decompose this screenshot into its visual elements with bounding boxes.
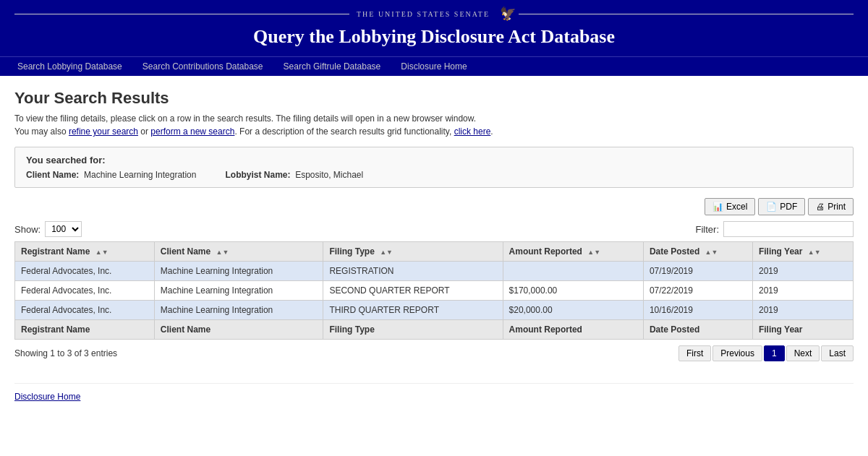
instructions-line2: You may also refine your search or perfo… — [14, 126, 854, 137]
first-button[interactable]: First — [678, 345, 711, 361]
filter-input[interactable] — [723, 221, 854, 237]
footer-disclosure-home-link[interactable]: Disclosure Home — [14, 392, 80, 402]
excel-button[interactable]: 📊 Excel — [705, 198, 755, 215]
page-1-button[interactable]: 1 — [764, 345, 785, 361]
seal-area: THE UNITED STATES SENATE 🦅 — [14, 6, 854, 22]
filter-area: Filter: — [696, 221, 854, 237]
show-area: Show: 100 25 50 — [14, 221, 82, 237]
pdf-icon: 📄 — [766, 202, 777, 212]
click-here-link[interactable]: click here — [454, 126, 491, 137]
col-filing-type-header[interactable]: Filing Type ▲▼ — [323, 242, 503, 262]
lobbyist-param: Lobbyist Name: Esposito, Michael — [225, 170, 363, 180]
table-cell-2-4: 10/16/2019 — [643, 301, 752, 320]
excel-icon: 📊 — [712, 202, 723, 212]
table-cell-0-1: Machine Learning Integration — [154, 262, 323, 281]
bottom-bar: Showing 1 to 3 of 3 entries First Previo… — [14, 345, 854, 361]
table-cell-1-3: $170,000.00 — [503, 281, 643, 301]
table-cell-2-1: Machine Learning Integration — [154, 301, 323, 320]
refine-search-link[interactable]: refine your search — [69, 126, 138, 137]
lobbyist-label: Lobbyist Name: — [225, 170, 290, 180]
lobbyist-value: Esposito, Michael — [295, 170, 363, 180]
table-cell-0-3 — [503, 262, 643, 281]
show-select[interactable]: 100 25 50 — [45, 221, 82, 237]
seal-text: THE UNITED STATES SENATE — [349, 10, 497, 18]
table-cell-0-4: 07/19/2019 — [643, 262, 752, 281]
seal-line-left — [14, 14, 349, 14]
col-year-header[interactable]: Filing Year ▲▼ — [752, 242, 853, 262]
footer-col-filing-type: Filing Type — [323, 320, 503, 340]
table-cell-1-2: SECOND QUARTER REPORT — [323, 281, 503, 301]
footer-col-amount: Amount Reported — [503, 320, 643, 340]
footer-link-area: Disclosure Home — [14, 383, 854, 402]
pagination: First Previous 1 Next Last — [678, 345, 854, 361]
previous-button[interactable]: Previous — [712, 345, 762, 361]
sort-icon-client: ▲▼ — [216, 249, 229, 256]
pdf-button[interactable]: 📄 PDF — [758, 198, 805, 215]
table-cell-2-0: Federal Advocates, Inc. — [15, 301, 155, 320]
nav-contributions[interactable]: Search Contributions Database — [140, 57, 266, 76]
next-button[interactable]: Next — [786, 345, 820, 361]
table-cell-1-4: 07/22/2019 — [643, 281, 752, 301]
show-label: Show: — [14, 224, 41, 235]
print-icon: 🖨 — [816, 202, 825, 212]
seal-line-right — [519, 14, 854, 14]
page-title: Query the Lobbying Disclosure Act Databa… — [14, 26, 854, 48]
table-row[interactable]: Federal Advocates, Inc.Machine Learning … — [15, 281, 854, 301]
table-cell-2-2: THIRD QUARTER REPORT — [323, 301, 503, 320]
footer-col-client: Client Name — [154, 320, 323, 340]
show-filter-row: Show: 100 25 50 Filter: — [14, 221, 854, 237]
table-row[interactable]: Federal Advocates, Inc.Machine Learning … — [15, 262, 854, 281]
table-footer: Registrant Name Client Name Filing Type … — [15, 320, 854, 340]
table-body: Federal Advocates, Inc.Machine Learning … — [15, 262, 854, 320]
client-value: Machine Learning Integration — [84, 170, 196, 180]
col-client-header[interactable]: Client Name ▲▼ — [154, 242, 323, 262]
footer-col-year: Filing Year — [752, 320, 853, 340]
new-search-link[interactable]: perform a new search — [150, 126, 234, 137]
table-cell-2-3: $20,000.00 — [503, 301, 643, 320]
last-button[interactable]: Last — [821, 345, 854, 361]
col-date-header[interactable]: Date Posted ▲▼ — [643, 242, 752, 262]
table-cell-0-2: REGISTRATION — [323, 262, 503, 281]
export-bar: 📊 Excel 📄 PDF 🖨 Print — [14, 198, 854, 215]
nav-lobbying[interactable]: Search Lobbying Database — [14, 57, 125, 76]
print-button[interactable]: 🖨 Print — [808, 198, 854, 215]
sort-icon-year: ▲▼ — [808, 249, 821, 256]
col-amount-header[interactable]: Amount Reported ▲▼ — [503, 242, 643, 262]
table-cell-2-5: 2019 — [752, 301, 853, 320]
table-cell-1-5: 2019 — [752, 281, 853, 301]
filter-label: Filter: — [696, 224, 720, 235]
table-cell-1-0: Federal Advocates, Inc. — [15, 281, 155, 301]
searched-for-label: You searched for: — [26, 155, 842, 165]
results-table: Registrant Name ▲▼ Client Name ▲▼ Filing… — [14, 241, 854, 340]
client-label: Client Name: — [26, 170, 79, 180]
nav-bar: Search Lobbying Database Search Contribu… — [0, 56, 868, 76]
sort-icon-filing-type: ▲▼ — [380, 249, 393, 256]
footer-col-date: Date Posted — [643, 320, 752, 340]
search-params: Client Name: Machine Learning Integratio… — [26, 170, 842, 180]
table-cell-1-1: Machine Learning Integration — [154, 281, 323, 301]
footer-col-registrant: Registrant Name — [15, 320, 155, 340]
table-header: Registrant Name ▲▼ Client Name ▲▼ Filing… — [15, 242, 854, 262]
col-registrant-header[interactable]: Registrant Name ▲▼ — [15, 242, 155, 262]
sort-icon-amount: ▲▼ — [587, 249, 600, 256]
nav-giftrule[interactable]: Search Giftrule Database — [281, 57, 384, 76]
search-summary-box: You searched for: Client Name: Machine L… — [14, 147, 854, 188]
table-cell-0-0: Federal Advocates, Inc. — [15, 262, 155, 281]
eagle-icon: 🦅 — [500, 6, 516, 22]
search-results-title: Your Search Results — [14, 89, 854, 108]
table-row[interactable]: Federal Advocates, Inc.Machine Learning … — [15, 301, 854, 320]
instructions-line1: To view the filing details, please click… — [14, 113, 854, 124]
sort-icon-registrant: ▲▼ — [95, 249, 109, 256]
client-param: Client Name: Machine Learning Integratio… — [26, 170, 196, 180]
main-content: Your Search Results To view the filing d… — [0, 76, 868, 415]
table-cell-0-5: 2019 — [752, 262, 853, 281]
showing-text: Showing 1 to 3 of 3 entries — [14, 348, 117, 358]
nav-disclosure[interactable]: Disclosure Home — [398, 57, 469, 76]
header-banner: THE UNITED STATES SENATE 🦅 Query the Lob… — [0, 0, 868, 56]
sort-icon-date: ▲▼ — [705, 249, 718, 256]
